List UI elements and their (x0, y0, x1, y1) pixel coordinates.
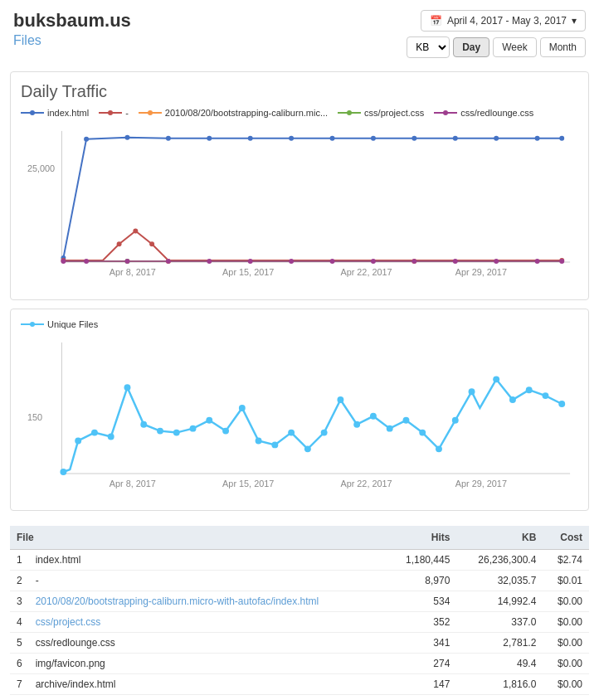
svg-text:Apr 8, 2017: Apr 8, 2017 (110, 478, 156, 488)
calendar-icon: 📅 (430, 15, 442, 27)
svg-point-46 (330, 259, 335, 264)
row-file: css/redlounge.css (29, 633, 387, 654)
row-kb: 32,035.7 (456, 571, 543, 591)
svg-text:Apr 22, 2017: Apr 22, 2017 (340, 478, 392, 488)
row-kb: 26,236,300.4 (456, 550, 543, 571)
svg-point-23 (289, 136, 294, 141)
row-hits: 8,970 (387, 571, 457, 591)
row-hits: 534 (387, 591, 457, 612)
svg-point-89 (509, 396, 516, 403)
svg-point-26 (412, 136, 416, 141)
svg-point-64 (91, 429, 98, 435)
svg-point-20 (166, 136, 171, 141)
row-hits: 147 (387, 674, 457, 695)
unique-files-svg: 150 Apr 8, 2017 Apr 15, 2017 Apr 22, 201… (21, 334, 578, 498)
dropdown-arrow-icon: ▾ (572, 15, 577, 27)
svg-point-1 (30, 110, 35, 115)
legend-label: css/redlounge.css (460, 108, 533, 118)
table-row: 2-8,97032,035.7$0.01 (10, 571, 589, 591)
site-info: buksbaum.us Files (13, 10, 131, 48)
row-cost: $0.00 (543, 695, 589, 700)
table-row: 7archive/index.html1471,816.0$0.00 (10, 674, 589, 695)
svg-point-9 (443, 110, 448, 115)
svg-point-50 (494, 259, 499, 264)
row-file: 2011/08/20/gentle-introduction-to-mefpar… (29, 695, 387, 700)
svg-point-87 (469, 388, 475, 395)
th-hits: Hits (387, 526, 457, 550)
svg-text:Apr 29, 2017: Apr 29, 2017 (455, 267, 507, 277)
svg-point-85 (436, 445, 442, 452)
site-subtitle: Files (13, 33, 131, 48)
legend-item-dash: - (99, 108, 129, 118)
row-cost: $2.74 (543, 550, 589, 571)
svg-point-22 (248, 136, 253, 141)
row-cost: $0.00 (543, 633, 589, 654)
svg-point-54 (30, 322, 35, 327)
legend-item-bootstrap: 2010/08/20/bootstrapping-caliburn.mic... (139, 108, 328, 118)
svg-point-68 (157, 427, 163, 434)
svg-point-47 (371, 259, 376, 264)
svg-point-49 (453, 259, 458, 264)
row-file: archive/index.html (29, 674, 387, 695)
row-kb: 2,487.9 (456, 695, 543, 700)
svg-point-7 (347, 110, 352, 115)
period-week-button[interactable]: Week (493, 37, 536, 57)
th-kb: KB (456, 526, 543, 550)
svg-text:Apr 15, 2017: Apr 15, 2017 (222, 267, 274, 277)
svg-point-91 (543, 392, 549, 399)
row-kb: 337.0 (456, 612, 543, 633)
row-hits: 1,180,445 (387, 550, 457, 571)
svg-point-71 (206, 416, 212, 423)
row-hits: 352 (387, 612, 457, 633)
row-kb: 1,816.0 (456, 674, 543, 695)
legend-label: Unique Files (47, 319, 98, 329)
daily-traffic-chart-card: Daily Traffic index.html - 2010/08/20/bo… (10, 71, 589, 300)
svg-point-52 (559, 259, 564, 264)
svg-point-80 (353, 420, 360, 427)
row-number: 1 (10, 550, 29, 571)
row-kb: 49.4 (456, 654, 543, 674)
unit-select[interactable]: KB MB GB (407, 36, 450, 58)
svg-point-92 (558, 401, 565, 407)
files-table: File Hits KB Cost 1index.html1,180,44526… (10, 526, 589, 700)
svg-point-77 (304, 445, 311, 452)
table-row: 82011/08/20/gentle-introduction-to-mefpa… (10, 695, 589, 700)
table-row: 6img/favicon.png27449.4$0.00 (10, 654, 589, 674)
svg-point-72 (222, 427, 229, 434)
legend-item-project: css/project.css (338, 108, 424, 118)
svg-point-42 (166, 259, 171, 264)
svg-point-90 (526, 386, 533, 393)
legend-label: 2010/08/20/bootstrapping-caliburn.mic... (165, 108, 328, 118)
row-cost: $0.00 (543, 674, 589, 695)
date-range-button[interactable]: 📅 April 4, 2017 - May 3, 2017 ▾ (421, 10, 586, 32)
svg-point-27 (453, 136, 458, 141)
svg-point-5 (148, 110, 153, 115)
table-section: File Hits KB Cost 1index.html1,180,44526… (0, 526, 599, 700)
daily-traffic-svg: 25,000 Apr 8, 2017 Apr 15, 2017 Apr 22, … (21, 123, 578, 287)
svg-point-29 (535, 136, 540, 141)
row-file[interactable]: css/project.css (29, 612, 387, 633)
row-hits: 274 (387, 654, 457, 674)
row-cost: $0.00 (543, 612, 589, 633)
svg-point-48 (412, 259, 416, 264)
header-controls: 📅 April 4, 2017 - May 3, 2017 ▾ KB MB GB… (407, 10, 586, 58)
table-row: 5css/redlounge.css3412,781.2$0.00 (10, 633, 589, 654)
period-day-button[interactable]: Day (453, 37, 489, 57)
th-cost: Cost (543, 526, 589, 550)
row-kb: 14,992.4 (456, 591, 543, 612)
svg-text:25,000: 25,000 (27, 163, 55, 173)
period-month-button[interactable]: Month (540, 37, 586, 57)
svg-point-28 (494, 136, 499, 141)
row-file: index.html (29, 550, 387, 571)
svg-point-45 (289, 259, 294, 264)
svg-text:150: 150 (27, 411, 42, 421)
table-row: 1index.html1,180,44526,236,300.4$2.74 (10, 550, 589, 571)
svg-point-88 (493, 376, 499, 382)
svg-point-44 (248, 259, 253, 264)
chart2-legend: Unique Files (21, 319, 578, 329)
svg-point-51 (535, 259, 540, 264)
legend-label: css/project.css (364, 108, 424, 118)
row-cost: $0.00 (543, 591, 589, 612)
table-header-row: File Hits KB Cost (10, 526, 589, 550)
row-file[interactable]: 2010/08/20/bootstrapping-caliburn.micro-… (29, 591, 387, 612)
